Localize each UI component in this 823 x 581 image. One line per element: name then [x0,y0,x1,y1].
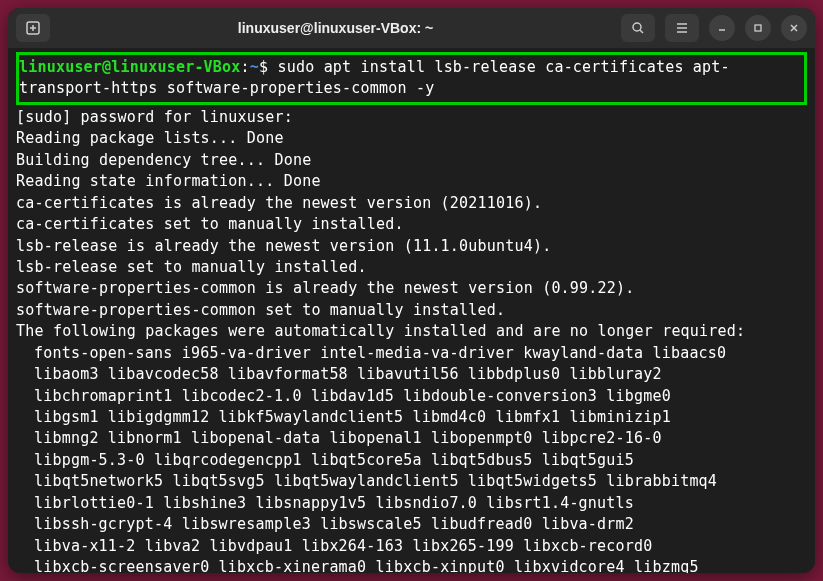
output-line: The following packages were automaticall… [16,321,807,342]
output-line: software-properties-common is already th… [16,278,807,299]
menu-button[interactable] [665,14,699,42]
package-line: fonts-open-sans i965-va-driver intel-med… [16,343,807,364]
output-line: Building dependency tree... Done [16,150,807,171]
prompt-colon: : [241,58,250,76]
window-title: linuxuser@linuxuser-VBox: ~ [58,20,613,36]
output-line: Reading state information... Done [16,171,807,192]
close-button[interactable] [781,15,807,41]
package-line: libgsm1 libigdgmm12 libkf5waylandclient5… [16,407,807,428]
titlebar-left [16,14,50,42]
search-icon [631,21,645,35]
svg-rect-9 [755,25,761,31]
minimize-icon [717,23,727,33]
package-line: libmng2 libnorm1 libopenal-data libopena… [16,428,807,449]
new-tab-button[interactable] [16,14,50,42]
prompt-dollar: $ [259,58,277,76]
terminal-content[interactable]: linuxuser@linuxuser-VBox:~$ sudo apt ins… [8,48,815,573]
package-line: libxcb-screensaver0 libxcb-xinerama0 lib… [16,557,807,573]
output-line: lsb-release set to manually installed. [16,257,807,278]
package-line: libpgm-5.3-0 libqrcodegencpp1 libqt5core… [16,450,807,471]
output-line: [sudo] password for linuxuser: [16,107,807,128]
prompt-path: ~ [250,58,259,76]
close-icon [789,23,799,33]
package-line: libssh-gcrypt-4 libswresample3 libswscal… [16,514,807,535]
prompt-user-host: linuxuser@linuxuser-VBox [19,58,241,76]
titlebar: linuxuser@linuxuser-VBox: ~ [8,8,815,48]
output-line: ca-certificates is already the newest ve… [16,193,807,214]
hamburger-icon [675,21,689,35]
output-line: ca-certificates set to manually installe… [16,214,807,235]
svg-point-3 [633,23,641,31]
minimize-button[interactable] [709,15,735,41]
package-line: libchromaprint1 libcodec2-1.0 libdav1d5 … [16,386,807,407]
search-button[interactable] [621,14,655,42]
terminal-window: linuxuser@linuxuser-VBox: ~ [8,8,815,573]
command-highlight-box: linuxuser@linuxuser-VBox:~$ sudo apt ins… [16,52,807,105]
new-tab-icon [26,21,40,35]
maximize-icon [753,23,763,33]
package-line: libqt5network5 libqt5svg5 libqt5waylandc… [16,471,807,492]
package-line: libva-x11-2 libva2 libvdpau1 libx264-163… [16,536,807,557]
output-line: lsb-release is already the newest versio… [16,236,807,257]
package-line: libaom3 libavcodec58 libavformat58 libav… [16,364,807,385]
output-line: software-properties-common set to manual… [16,300,807,321]
maximize-button[interactable] [745,15,771,41]
titlebar-right [621,14,807,42]
output-line: Reading package lists... Done [16,128,807,149]
svg-line-4 [640,30,643,33]
package-line: librlottie0-1 libshine3 libsnappy1v5 lib… [16,493,807,514]
